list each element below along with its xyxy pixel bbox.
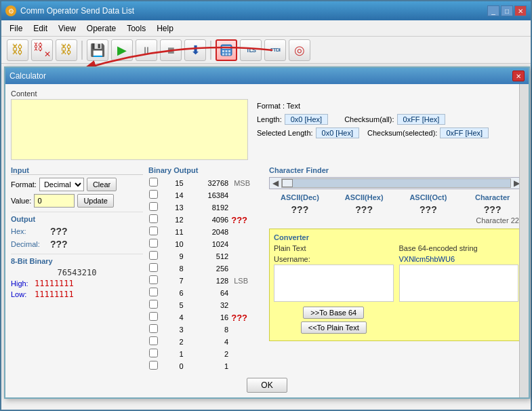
base64-label: Base 64-encoded string xyxy=(399,244,519,252)
bit10-val: 1024 xyxy=(185,238,232,250)
bit5-checkbox[interactable] xyxy=(149,300,158,309)
calc-close-btn[interactable]: ✕ xyxy=(512,71,525,81)
bit6-checkbox[interactable] xyxy=(149,288,158,296)
bit14-val: 16384 xyxy=(185,189,232,201)
base64-column: Base 64-encoded string VXNlcm5hbWU6 xyxy=(399,244,519,336)
converter-section: Converter Plain Text Username: >>To Base… xyxy=(269,229,523,341)
bit13-checkbox[interactable] xyxy=(149,202,158,211)
bit4-checkbox[interactable] xyxy=(149,312,158,321)
low-value: 11111111 xyxy=(35,290,74,299)
disconnect-button[interactable]: ⛓ ✕ xyxy=(31,39,53,61)
calc-title: Calculator xyxy=(9,71,512,81)
hex-label: Hex: xyxy=(11,227,50,235)
bit14-checkbox[interactable] xyxy=(149,190,158,199)
content-textarea[interactable] xyxy=(11,99,248,160)
bit7-val: 128 xyxy=(185,275,232,287)
bit13-num: 13 xyxy=(166,201,185,214)
pause-button[interactable]: ⏸ xyxy=(136,39,157,61)
stop-button[interactable]: ⏹ xyxy=(160,39,182,61)
length-value: 0x0 [Hex] xyxy=(285,114,328,125)
length-label: Length: xyxy=(257,115,282,123)
checksum-all-label: Checksum(all): xyxy=(344,115,394,123)
table-row: 3 8 xyxy=(148,324,264,336)
bit6-num: 6 xyxy=(166,287,185,299)
ascii-hex-value: ??? xyxy=(333,204,395,215)
format-info: Format : Text xyxy=(257,102,523,110)
title-bar: ⚙ Comm Operator Send Data List _ □ ✕ xyxy=(1,1,531,20)
bit11-checkbox[interactable] xyxy=(149,227,158,235)
bit15-checkbox[interactable] xyxy=(149,178,158,187)
save-button[interactable]: 💾 xyxy=(87,39,108,61)
main-window: ⚙ Comm Operator Send Data List _ □ ✕ Fil… xyxy=(0,0,532,411)
char-slider-thumb[interactable] xyxy=(282,179,293,187)
bit2-num: 2 xyxy=(166,336,185,348)
lsb-label: LSB xyxy=(231,275,264,287)
bit11-num: 11 xyxy=(166,226,185,238)
bit3-checkbox[interactable] xyxy=(149,324,158,333)
bit10-checkbox[interactable] xyxy=(149,239,158,248)
bit8-val: 256 xyxy=(185,262,232,275)
table-row: 13 8192 xyxy=(148,201,264,214)
menu-operate[interactable]: Operate xyxy=(81,22,121,35)
high-label: High: xyxy=(11,279,35,288)
bit12-val: 4096 xyxy=(185,214,232,226)
update-button[interactable]: Update xyxy=(77,194,113,208)
window-controls: _ □ ✕ xyxy=(487,5,527,16)
svg-rect-3 xyxy=(226,50,228,52)
base64-input[interactable] xyxy=(399,265,519,302)
table-row: 4 16 ??? xyxy=(148,311,264,324)
connect-button[interactable]: ⛓ xyxy=(7,39,28,61)
bit1-checkbox[interactable] xyxy=(149,349,158,357)
msb-label: MSB xyxy=(231,177,264,189)
slider-left-arrow: ◀ xyxy=(272,178,279,188)
menu-edit[interactable]: Edit xyxy=(28,22,53,35)
menu-help[interactable]: Help xyxy=(151,22,179,35)
clear-button[interactable]: Clear xyxy=(87,178,117,191)
decimal-label: Decimal: xyxy=(11,240,50,248)
converter-title: Converter xyxy=(274,233,518,241)
target-button[interactable]: ◎ xyxy=(289,39,310,61)
char-slider-track xyxy=(281,178,511,188)
char-values: ??? ??? ??? ??? xyxy=(269,204,523,215)
calculator-button[interactable] xyxy=(216,39,237,61)
ok-button[interactable]: OK xyxy=(247,378,287,393)
menu-view[interactable]: View xyxy=(53,22,81,35)
table-row: 12 4096 ??? xyxy=(148,214,264,226)
download-button[interactable]: ⬇ xyxy=(184,39,206,61)
table-row: 2 4 xyxy=(148,336,264,348)
window-title: Comm Operator Send Data List xyxy=(20,6,487,16)
table-row: 6 64 xyxy=(148,287,264,299)
ftdi-button[interactable]: FTDI xyxy=(264,39,286,61)
menu-tools[interactable]: Tools xyxy=(121,22,151,35)
value-input[interactable] xyxy=(34,194,75,208)
bit0-checkbox[interactable] xyxy=(149,361,158,370)
calculator-window: Calculator ✕ Content Format : Text Lengt… xyxy=(4,66,530,399)
svg-rect-5 xyxy=(222,53,224,55)
maximize-btn[interactable]: □ xyxy=(501,5,513,16)
to-base64-button[interactable]: >>To Base 64 xyxy=(303,307,364,319)
plain-text-input[interactable] xyxy=(274,265,394,302)
scrollbar[interactable] xyxy=(519,84,529,397)
tls-button[interactable]: TLS xyxy=(240,39,262,61)
close-btn[interactable]: ✕ xyxy=(514,5,527,16)
minimize-btn[interactable]: _ xyxy=(487,5,499,16)
menu-file[interactable]: File xyxy=(4,22,28,35)
bit9-checkbox[interactable] xyxy=(149,251,158,260)
bit12-checkbox[interactable] xyxy=(149,214,158,223)
decimal-value: ??? xyxy=(50,239,68,250)
table-row: 9 512 xyxy=(148,250,264,262)
connect2-button[interactable]: ⛓ xyxy=(56,39,77,61)
bit7-checkbox[interactable] xyxy=(149,275,158,284)
play-button[interactable]: ▶ xyxy=(111,39,133,61)
to-plain-button[interactable]: <<To Plain Text xyxy=(301,321,367,334)
toolbar-separator-1 xyxy=(81,41,83,60)
ascii-dec-value: ??? xyxy=(269,204,331,215)
format-select[interactable]: Decimal Hex Binary Octal xyxy=(39,178,84,191)
bit8-checkbox[interactable] xyxy=(149,263,158,272)
qqq2: ??? xyxy=(231,311,264,324)
bit9-val: 512 xyxy=(185,250,232,262)
bit2-checkbox[interactable] xyxy=(149,336,158,345)
bit0-val: 1 xyxy=(185,360,232,372)
info-panel: Format : Text Length: 0x0 [Hex] Checksum… xyxy=(257,90,523,162)
input-title: Input xyxy=(11,166,143,175)
